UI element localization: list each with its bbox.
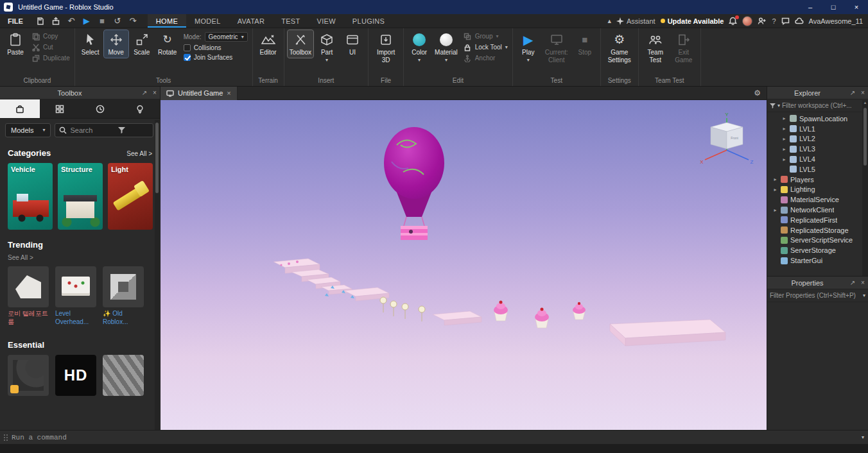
close-icon[interactable]: × xyxy=(858,279,868,286)
models-dropdown[interactable]: Models▾ xyxy=(5,123,51,137)
move-tool-button[interactable]: Move xyxy=(104,30,128,58)
paste-button[interactable]: Paste xyxy=(3,30,28,58)
undock-icon[interactable]: ↗ xyxy=(139,89,150,96)
trending-item[interactable]: 로비 텔레포트 룸 xyxy=(8,266,50,326)
expand-arrow-icon[interactable]: ▸ xyxy=(781,115,787,121)
filter-workspace-input[interactable] xyxy=(782,102,865,109)
play-button[interactable]: ▶ Play ▾ xyxy=(516,30,541,64)
tab-marketplace[interactable] xyxy=(0,99,40,118)
select-tool-button[interactable]: Select xyxy=(78,30,103,58)
expand-arrow-icon[interactable]: ▸ xyxy=(781,126,787,132)
update-available-button[interactable]: Update Available xyxy=(661,17,724,25)
explorer-node[interactable]: ▸ ReplicatedFirst xyxy=(767,215,868,225)
filter-funnel-icon[interactable] xyxy=(118,127,125,133)
explorer-node[interactable]: ▸ LVL3 xyxy=(767,144,868,154)
scrollbar-thumb[interactable] xyxy=(864,108,867,166)
viewport-settings-icon[interactable]: ⚙ xyxy=(748,89,767,98)
category-card[interactable]: Light xyxy=(108,163,153,230)
command-input[interactable] xyxy=(12,434,858,441)
tab-inventory[interactable] xyxy=(40,99,80,118)
expand-arrow-icon[interactable]: ▸ xyxy=(781,157,787,162)
toolbox-scrollbar[interactable] xyxy=(155,120,159,430)
search-box[interactable] xyxy=(55,123,153,137)
explorer-node[interactable]: ▸ NetworkClient xyxy=(767,205,868,215)
team-test-button[interactable]: Team Test xyxy=(642,30,669,65)
explorer-node[interactable]: ▸ ReplicatedStorage xyxy=(767,225,868,235)
stop-button[interactable]: ■ Stop xyxy=(573,30,597,58)
command-bar[interactable]: ▾ xyxy=(0,430,868,444)
redo-icon[interactable]: ↷ xyxy=(126,15,140,28)
ribbon-tab[interactable]: VIEW xyxy=(309,14,344,28)
rotate-tool-button[interactable]: ↻ Rotate xyxy=(155,30,180,58)
part-button[interactable]: Part ▾ xyxy=(315,30,339,64)
viewport-tab[interactable]: Untitled Game × xyxy=(161,87,238,100)
trending-item[interactable]: ✨ Old Roblox... xyxy=(103,266,145,326)
explorer-filter-row[interactable]: ▾ xyxy=(767,99,868,112)
categories-see-all-link[interactable]: See All > xyxy=(126,150,152,157)
add-user-icon[interactable] xyxy=(758,17,767,25)
category-card[interactable]: Structure xyxy=(58,163,103,230)
stop-icon[interactable]: ■ xyxy=(95,15,109,28)
publish-icon[interactable] xyxy=(49,15,63,28)
close-button[interactable]: × xyxy=(845,0,868,14)
play-icon[interactable]: ▶ xyxy=(80,15,94,28)
undock-icon[interactable]: ↗ xyxy=(847,89,858,96)
maximize-button[interactable]: □ xyxy=(822,0,845,14)
collisions-checkbox[interactable]: Collisions xyxy=(184,44,248,51)
close-icon[interactable]: × xyxy=(858,89,868,96)
filter-funnel-icon[interactable] xyxy=(770,103,776,108)
tab-recent[interactable] xyxy=(80,99,120,118)
trending-see-all-link[interactable]: See All > xyxy=(8,254,33,261)
essential-item[interactable]: HD xyxy=(55,355,98,398)
import-3d-button[interactable]: Import 3D xyxy=(372,30,400,65)
expand-arrow-icon[interactable]: ▸ xyxy=(772,187,778,192)
lock-tool-button[interactable]: Lock Tool▾ xyxy=(464,43,508,51)
explorer-scrollbar[interactable]: ▴ xyxy=(862,100,868,276)
scale-tool-button[interactable]: Scale xyxy=(130,30,154,58)
expand-arrow-icon[interactable]: ▸ xyxy=(781,136,787,142)
explorer-node[interactable]: ▸ ServerStorage xyxy=(767,245,868,255)
command-bar-grip[interactable] xyxy=(4,434,8,441)
explorer-node[interactable]: ▸ LVL2 xyxy=(767,134,868,144)
cloud-icon[interactable] xyxy=(795,17,804,24)
close-icon[interactable]: × xyxy=(150,89,160,96)
collapse-ribbon-icon[interactable]: ▴ xyxy=(607,17,611,25)
ribbon-tab[interactable]: TEST xyxy=(273,14,308,28)
explorer-node[interactable]: ▸ LVL5 xyxy=(767,164,868,175)
filter-properties-input[interactable] xyxy=(770,292,861,299)
explorer-node[interactable]: ▸ LVL4 xyxy=(767,154,868,164)
toolbox-button[interactable]: Toolbox xyxy=(288,30,313,58)
undo-icon[interactable]: ↶ xyxy=(64,15,78,28)
category-card[interactable]: Vehicle xyxy=(8,163,53,230)
expand-arrow-icon[interactable]: ▸ xyxy=(772,176,778,182)
save-icon[interactable] xyxy=(33,15,48,28)
cut-button[interactable]: Cut xyxy=(31,43,70,51)
explorer-node[interactable]: ▸ MaterialService xyxy=(767,194,868,205)
tab-creations[interactable] xyxy=(120,99,160,118)
assistant-button[interactable]: Assistant xyxy=(616,17,655,25)
trending-item[interactable]: Level Overhead... xyxy=(55,266,98,326)
duplicate-button[interactable]: Duplicate xyxy=(31,54,70,62)
undock-icon[interactable]: ↗ xyxy=(847,279,858,286)
viewport-canvas[interactable]: Y X Z Front xyxy=(161,100,767,430)
ribbon-tab[interactable]: PLUGINS xyxy=(344,14,393,28)
history-icon[interactable]: ↺ xyxy=(110,15,125,28)
essential-item[interactable] xyxy=(8,355,50,398)
search-input[interactable] xyxy=(70,126,115,134)
explorer-node[interactable]: ▸ ServerScriptService xyxy=(767,235,868,246)
group-button[interactable]: Group▾ xyxy=(464,32,508,40)
mode-dropdown[interactable]: Geometric▾ xyxy=(205,32,248,42)
current-client-button[interactable]: Current: Client xyxy=(542,30,571,65)
explorer-node[interactable]: ▸ LVL1 xyxy=(767,124,868,134)
join-surfaces-checkbox[interactable]: Join Surfaces xyxy=(184,54,248,61)
chevron-down-icon[interactable]: ▾ xyxy=(862,435,864,440)
game-settings-button[interactable]: ⚙ Game Settings xyxy=(604,30,635,65)
explorer-node[interactable]: ▸ StarterGui xyxy=(767,255,868,266)
ribbon-tab[interactable]: HOME xyxy=(148,14,186,28)
exit-game-button[interactable]: Exit Game xyxy=(670,30,697,65)
expand-arrow-icon[interactable]: ▸ xyxy=(781,146,787,152)
explorer-node[interactable]: ▸ Players xyxy=(767,175,868,185)
explorer-node[interactable]: ▸ SpawnLocation xyxy=(767,114,868,124)
file-menu[interactable]: FILE xyxy=(0,14,31,28)
help-icon[interactable]: ? xyxy=(772,17,776,25)
